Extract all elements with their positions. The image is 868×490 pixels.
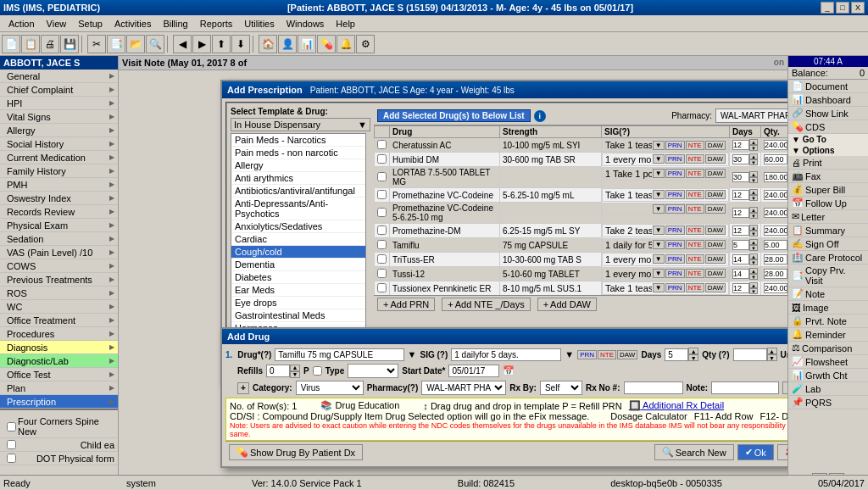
qty-field[interactable] bbox=[764, 240, 787, 250]
nav-grwth-cht[interactable]: 📊 Grwth Cht bbox=[788, 369, 868, 382]
search-new-btn[interactable]: 🔍 Search New bbox=[654, 444, 734, 460]
nav-dashboard[interactable]: 📊 Dashboard bbox=[788, 93, 868, 107]
daw-mini-btn[interactable]: DAW bbox=[705, 190, 726, 199]
sig-dropdown-btn[interactable]: ▼ bbox=[653, 254, 665, 264]
qty-field[interactable] bbox=[764, 269, 787, 279]
sidebar-item-hpi[interactable]: HPI ▶ bbox=[0, 97, 118, 110]
menu-reports[interactable]: Reports bbox=[195, 18, 238, 30]
menu-setup[interactable]: Setup bbox=[73, 18, 108, 30]
toolbar-btn-12[interactable]: ⬇ bbox=[231, 35, 250, 53]
template-anti-arythmics[interactable]: Anti arythmics bbox=[231, 172, 365, 185]
qty-down-btn[interactable]: ▼ bbox=[767, 354, 777, 361]
maximize-btn[interactable]: □ bbox=[836, 2, 849, 14]
days-up[interactable]: ▲ bbox=[749, 253, 758, 259]
sig-dropdown-btn[interactable]: ▼ bbox=[653, 226, 665, 235]
days-down[interactable]: ▼ bbox=[749, 177, 758, 183]
nte-mini-btn[interactable]: NTE bbox=[686, 269, 704, 278]
drug-checkbox[interactable] bbox=[377, 154, 387, 164]
days-up[interactable]: ▲ bbox=[749, 282, 758, 288]
prn-mini-btn[interactable]: PRN bbox=[665, 141, 685, 150]
nte-mini-btn[interactable]: NTE bbox=[686, 254, 704, 264]
nte-mini-btn[interactable]: NTE bbox=[686, 169, 704, 178]
sidebar-item-child-ea[interactable]: Child ea bbox=[0, 438, 118, 452]
pharmacy-select[interactable]: WAL-MART PHARMACY 5E bbox=[715, 109, 787, 123]
p-checkbox[interactable] bbox=[313, 366, 322, 376]
daw-mini-btn[interactable]: DAW bbox=[705, 169, 726, 178]
sidebar-item-previous-treatments[interactable]: Previous Treatments ▶ bbox=[0, 273, 118, 287]
drug-education-link[interactable]: 📚 Drug Education bbox=[320, 400, 399, 411]
nav-sign-off[interactable]: ✍ Sign Off bbox=[788, 237, 868, 251]
days-up[interactable]: ▲ bbox=[749, 139, 758, 145]
nav-print[interactable]: 🖨 Print bbox=[788, 156, 868, 170]
days-down[interactable]: ▼ bbox=[749, 259, 758, 265]
sidebar-item-general[interactable]: General ▶ bbox=[0, 70, 118, 83]
days-field[interactable] bbox=[732, 254, 749, 264]
days-field[interactable] bbox=[732, 226, 749, 236]
sidebar-item-diagnostic-lab[interactable]: Diagnostic/Lab ▶ bbox=[0, 354, 118, 368]
sidebar-item-records-review[interactable]: Records Review ▶ bbox=[0, 205, 118, 219]
template-antidepressants[interactable]: Anti-Depressants/Anti-Psychotics bbox=[231, 198, 365, 220]
daw-mini-btn[interactable]: DAW bbox=[705, 240, 726, 249]
days-field[interactable] bbox=[732, 208, 749, 218]
sidebar-item-dot-physical[interactable]: DOT Physical form bbox=[0, 452, 118, 465]
daw-mini-btn[interactable]: DAW bbox=[705, 154, 726, 164]
nav-image[interactable]: 🖼 Image bbox=[788, 301, 868, 315]
toolbar-btn-2[interactable]: 📋 bbox=[21, 35, 40, 53]
template-anxiolytics[interactable]: Anxiolytics/Sedatives bbox=[231, 220, 365, 233]
sig-input[interactable] bbox=[451, 348, 561, 361]
days-field[interactable] bbox=[732, 269, 749, 279]
menu-utilities[interactable]: Utilities bbox=[239, 18, 279, 30]
toolbar-btn-14[interactable]: 👤 bbox=[278, 35, 297, 53]
days-up[interactable]: ▲ bbox=[749, 268, 758, 274]
drug-checkbox[interactable] bbox=[377, 140, 387, 149]
drug-checkbox[interactable] bbox=[377, 283, 387, 292]
toolbar-btn-10[interactable]: ▶ bbox=[192, 35, 211, 53]
days-down[interactable]: ▼ bbox=[749, 288, 758, 294]
table-row[interactable]: Tussionex Pennkinetic ER 8-10 mg/5 mL SU… bbox=[375, 281, 788, 296]
nte-mini-btn[interactable]: NTE bbox=[686, 283, 704, 292]
prn-btn[interactable]: PRN bbox=[577, 350, 597, 359]
sidebar-item-sedation[interactable]: Sedation ▶ bbox=[0, 232, 118, 246]
toolbar-btn-7[interactable]: 📂 bbox=[126, 35, 145, 53]
nav-reminder[interactable]: 🔔 Reminder bbox=[788, 328, 868, 342]
daw-btn[interactable]: DAW bbox=[617, 350, 637, 359]
days-up[interactable]: ▲ bbox=[749, 189, 758, 195]
menu-action[interactable]: Action bbox=[3, 18, 40, 30]
days-field[interactable] bbox=[732, 283, 749, 293]
template-pain-non-narcotic[interactable]: Pain meds - non narcotic bbox=[231, 147, 365, 159]
nav-letter[interactable]: ✉ Letter bbox=[788, 210, 868, 224]
daw-mini-btn[interactable]: DAW bbox=[705, 283, 726, 292]
drug-checkbox[interactable] bbox=[377, 208, 387, 217]
sidebar-item-pmh[interactable]: PMH ▶ bbox=[0, 178, 118, 192]
toolbar-btn-11[interactable]: ⬆ bbox=[212, 35, 231, 53]
nav-follow-up[interactable]: 📅 Follow Up bbox=[788, 197, 868, 210]
days-field[interactable] bbox=[732, 140, 749, 150]
qty-field[interactable] bbox=[764, 208, 787, 218]
toolbar-btn-5[interactable]: ✂ bbox=[87, 35, 106, 53]
template-antibiotics[interactable]: Antibiotics/antiviral/antifungal bbox=[231, 185, 365, 198]
ok-btn[interactable]: ✔ Ok bbox=[737, 444, 774, 460]
daw-mini-btn[interactable]: DAW bbox=[705, 269, 726, 278]
qty-field[interactable] bbox=[764, 172, 787, 182]
sidebar-item-family-history[interactable]: Family History ▶ bbox=[0, 164, 118, 178]
start-date-input[interactable] bbox=[448, 365, 499, 377]
type-select[interactable] bbox=[348, 364, 398, 378]
table-row[interactable]: Tussi-12 5-10-60 mg TABLET 1 every morni… bbox=[375, 267, 788, 281]
sidebar-item-prescription[interactable]: Prescription ▶ bbox=[0, 395, 118, 409]
drug-checkbox[interactable] bbox=[377, 226, 387, 235]
days-up[interactable]: ▲ bbox=[749, 153, 758, 159]
qty-up-btn[interactable]: ▲ bbox=[767, 348, 777, 354]
sidebar-item-office-treatment[interactable]: Office Treatment ▶ bbox=[0, 314, 118, 327]
nav-summary[interactable]: 📋 Summary bbox=[788, 224, 868, 237]
drug-checkbox[interactable] bbox=[377, 269, 387, 278]
qty-field[interactable] bbox=[764, 283, 787, 293]
template-cardiac[interactable]: Cardiac bbox=[231, 233, 365, 246]
nav-note[interactable]: 📝 Note bbox=[788, 287, 868, 301]
sidebar-item-vas[interactable]: VAS (Pain Level) /10 ▶ bbox=[0, 246, 118, 259]
drug-checkbox[interactable] bbox=[377, 240, 387, 249]
sig-dropdown-btn[interactable]: ▼ bbox=[653, 204, 665, 214]
table-row[interactable]: TriTuss-ER 10-30-600 mg TAB S 1 every mo… bbox=[375, 253, 788, 267]
nte-mini-btn[interactable]: NTE bbox=[686, 204, 704, 214]
sig-dropdown-btn[interactable]: ▼ bbox=[653, 154, 665, 164]
days-up[interactable]: ▲ bbox=[749, 171, 758, 177]
